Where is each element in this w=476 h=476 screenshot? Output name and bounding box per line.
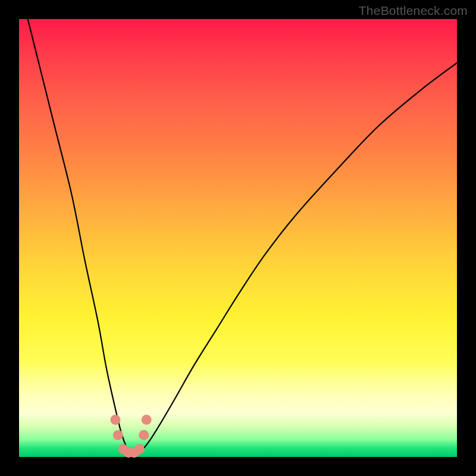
bottleneck-curve bbox=[19, 0, 457, 453]
minimum-marker bbox=[142, 415, 152, 425]
minimum-marker bbox=[139, 430, 149, 440]
minimum-marker bbox=[110, 415, 120, 425]
chart-svg bbox=[0, 0, 476, 476]
marker-group bbox=[110, 415, 151, 458]
curve-group bbox=[19, 0, 457, 453]
minimum-marker bbox=[113, 430, 123, 440]
chart-frame: TheBottleneck.com bbox=[0, 0, 476, 476]
minimum-marker bbox=[134, 444, 145, 454]
